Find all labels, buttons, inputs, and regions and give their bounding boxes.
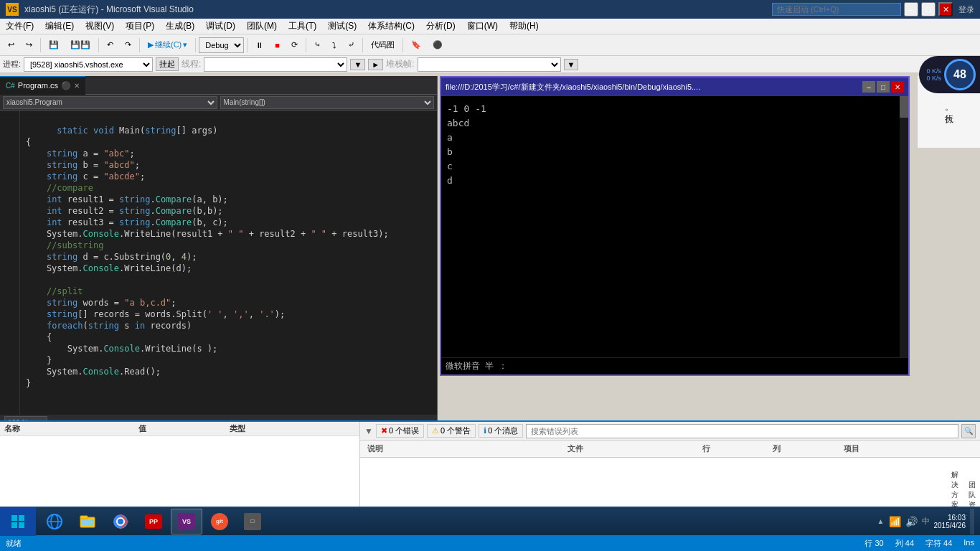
save-btn[interactable]: 💾 [44, 38, 64, 52]
error-count-btn[interactable]: ✖ 0 个错误 [376, 424, 424, 438]
bp-btn[interactable]: ⚫ [428, 38, 448, 52]
taskbar: PP VS git □ ▲ 📶 🔊 中 16:03 2015/4/26 [0, 507, 980, 535]
stack-btn[interactable]: ▼ [564, 59, 579, 70]
msg-count-btn[interactable]: ℹ 0 个消息 [479, 424, 523, 438]
thread-btn[interactable]: ▼ [350, 59, 365, 70]
taskbar-item-vs[interactable]: VS [171, 509, 202, 534]
back-btn[interactable]: ↩ [3, 38, 19, 52]
tray-volume-icon[interactable]: 🔊 [905, 516, 918, 527]
console-maximize-btn[interactable]: □ [877, 81, 890, 93]
minimize-btn[interactable]: – [904, 2, 918, 17]
process-dropdown[interactable]: [9528] xiaoshi5.vshost.exe [24, 57, 153, 72]
msg-count: 0 个消息 [488, 425, 518, 436]
right-panel-text: 执行。 [943, 108, 955, 116]
col-file: 文件 [565, 442, 699, 456]
taskbar-item-ie[interactable] [39, 509, 70, 534]
console-minimize-btn[interactable]: – [862, 81, 875, 93]
tray-chinese-input[interactable]: 中 [922, 516, 930, 527]
console-title: file:///D:/2015学习/c#/新建文件夹/xiaoshi5/xiao… [446, 82, 862, 93]
sep6 [306, 38, 306, 52]
continue-btn[interactable]: ▶ 继续(C) ▾ [143, 37, 192, 52]
menu-team[interactable]: 团队(M) [241, 19, 283, 34]
tray-area: ▲ 📶 🔊 中 16:03 2015/4/26 [872, 509, 980, 534]
menu-analyze[interactable]: 分析(D) [420, 19, 461, 34]
menu-help[interactable]: 帮助(H) [504, 19, 545, 34]
redo-btn[interactable]: ↷ [120, 38, 136, 52]
show-desktop-btn[interactable] [970, 509, 974, 534]
thread-dropdown[interactable] [204, 57, 347, 72]
menu-test[interactable]: 测试(S) [322, 19, 362, 34]
col-row: 行 [699, 442, 770, 456]
tab-close-btn[interactable]: ✕ [74, 82, 80, 90]
status-left-area: 就绪 [6, 538, 22, 549]
console-close-btn[interactable]: ✕ [891, 81, 904, 93]
codemap-btn[interactable]: 代码图 [366, 37, 400, 52]
clock-date: 2015/4/26 [934, 522, 966, 529]
error-icon: ✖ [381, 426, 387, 435]
error-search-btn[interactable]: 🔍 [961, 424, 976, 438]
close-btn[interactable]: ✕ [938, 2, 953, 17]
editor-content[interactable]: static void Main(string[] args) { string… [0, 110, 437, 415]
tray-expand-btn[interactable]: ▲ [877, 517, 885, 525]
debug-mode-dropdown[interactable]: Debug [199, 37, 244, 53]
step-out-btn[interactable]: ⤶ [343, 38, 359, 52]
status-char: 字符 44 [925, 538, 952, 549]
menu-window[interactable]: 窗口(W) [461, 19, 504, 34]
undo-btn[interactable]: ↶ [102, 38, 118, 52]
taskbar-item-git[interactable]: git [204, 509, 235, 534]
step-over-btn[interactable]: ⤷ [309, 38, 326, 52]
restart-btn[interactable]: ⟳ [286, 38, 303, 52]
save-all-btn[interactable]: 💾💾 [65, 38, 95, 52]
taskbar-item-explorer[interactable] [72, 509, 103, 534]
start-button[interactable] [0, 507, 36, 536]
console-line6: d [447, 175, 453, 186]
sep7 [362, 38, 363, 52]
class-dropdown[interactable]: xiaoshi5.Program [3, 96, 217, 109]
taskbar-item-vm[interactable]: □ [237, 509, 268, 534]
tray-network-icon[interactable]: 📶 [889, 516, 901, 527]
menu-tools[interactable]: 工具(T) [283, 19, 322, 34]
stop-btn[interactable]: ■ [270, 39, 285, 52]
windows-logo-icon [11, 514, 25, 529]
editor-nav-bar: xiaoshi5.Program Main(string[]) [0, 95, 437, 110]
menu-build[interactable]: 生成(B) [160, 19, 200, 34]
forward-btn[interactable]: ↪ [21, 38, 37, 52]
auto-table: 名称 值 类型 [0, 422, 359, 436]
sep2 [98, 38, 99, 52]
pause-btn[interactable]: ⏸ [250, 39, 268, 52]
maximize-btn[interactable]: □ [921, 2, 936, 17]
clock-time: 16:03 [934, 514, 966, 522]
bookmark-btn[interactable]: 🔖 [406, 38, 426, 52]
status-bar: 就绪 行 30 列 44 字符 44 Ins [0, 535, 980, 551]
col-type: 类型 [225, 422, 359, 436]
stack-label: 堆栈帧: [386, 58, 414, 70]
ie-icon [46, 513, 63, 530]
method-dropdown[interactable]: Main(string[]) [220, 96, 435, 109]
error-search-input[interactable] [526, 424, 958, 438]
col-proj: 项目 [841, 442, 976, 456]
menu-edit[interactable]: 编辑(E) [39, 19, 80, 34]
hang-btn[interactable]: 挂起 [156, 57, 179, 71]
thread-btn2[interactable]: ► [368, 59, 383, 70]
menu-debug[interactable]: 调试(D) [200, 19, 241, 34]
vm-icon: □ [244, 513, 261, 530]
console-line4: b [447, 146, 453, 157]
console-scrollbar[interactable] [900, 96, 908, 357]
quick-launch-input[interactable] [772, 3, 901, 16]
col-desc: 说明 [364, 442, 565, 456]
process-label: 进程: [3, 59, 21, 70]
menu-file[interactable]: 文件(F) [0, 19, 39, 34]
col-value: 值 [134, 422, 225, 436]
taskbar-item-game[interactable]: PP [138, 509, 169, 534]
app-title: xiaoshi5 (正在运行) - Microsoft Visual Studi… [24, 4, 194, 16]
taskbar-item-chrome[interactable] [105, 509, 136, 534]
step-into-btn[interactable]: ⤵ [327, 39, 341, 52]
program-tab[interactable]: C# Program.cs ⚫ ✕ [0, 76, 85, 95]
menu-arch[interactable]: 体系结构(C) [362, 19, 420, 34]
menu-view[interactable]: 视图(V) [80, 19, 120, 34]
title-bar-right: – □ ✕ 登录 [772, 2, 974, 17]
error-toolbar: ▼ ✖ 0 个错误 ⚠ 0 个警告 ℹ 0 个消息 🔍 [360, 422, 980, 441]
menu-project[interactable]: 项目(P) [120, 19, 160, 34]
stack-dropdown[interactable] [418, 57, 561, 72]
warn-count-btn[interactable]: ⚠ 0 个警告 [427, 424, 476, 438]
